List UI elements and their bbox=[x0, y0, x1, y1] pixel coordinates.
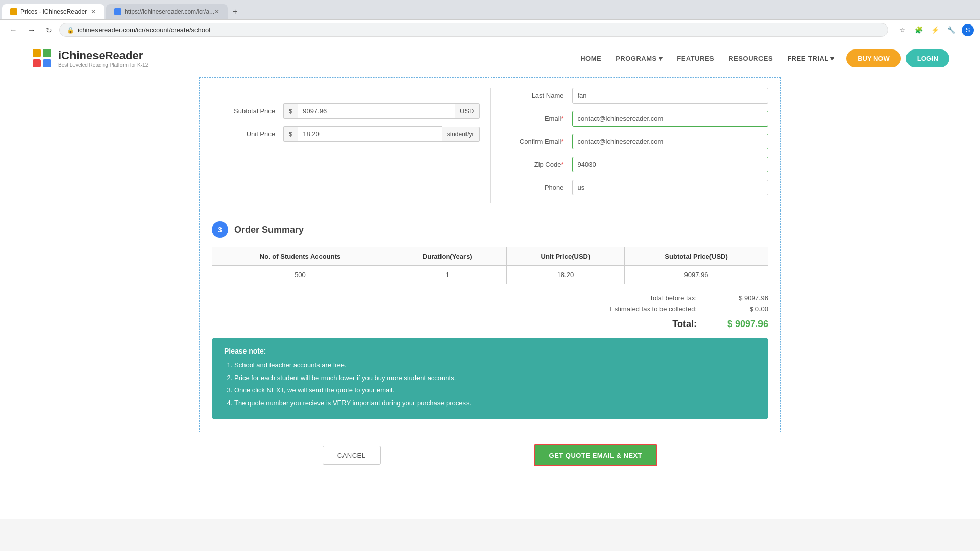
login-button[interactable]: LOGIN bbox=[906, 49, 949, 67]
email-required: * bbox=[561, 115, 564, 122]
email-row: Email* bbox=[501, 111, 769, 127]
tab-label-active: Prices - iChineseReader bbox=[20, 8, 87, 15]
extension-icon-1[interactable]: 🧩 bbox=[913, 24, 925, 36]
table-row: 500 1 18.20 9097.96 bbox=[212, 266, 768, 284]
upper-form-section: Subtotal Price $ USD Unit Price $ studen… bbox=[199, 77, 781, 211]
subtotal-currency-suffix: USD bbox=[455, 103, 479, 119]
note-item-4: The quote number you recieve is VERY imp… bbox=[234, 398, 756, 408]
last-name-row: Last Name bbox=[501, 88, 769, 104]
confirm-email-label: Confirm Email* bbox=[501, 138, 572, 145]
summary-table: No. of Students Accounts Duration(Years)… bbox=[212, 247, 768, 284]
totals-area: Total before tax: $ 9097.96 Estimated ta… bbox=[212, 294, 768, 330]
logo-text: iChineseReader Best Leveled Reading Plat… bbox=[58, 49, 148, 68]
browser-tab-inactive[interactable]: https://ichinesereader.com/icr/a... ✕ bbox=[106, 4, 228, 19]
note-box: Please note: School and teacher accounts… bbox=[212, 338, 768, 419]
unit-price-input[interactable] bbox=[298, 126, 442, 142]
nav-free-trial[interactable]: FREE TRIAL ▾ bbox=[787, 55, 834, 62]
browser-tab-active[interactable]: Prices - iChineseReader ✕ bbox=[2, 4, 104, 19]
main-content: Subtotal Price $ USD Unit Price $ studen… bbox=[0, 77, 980, 499]
col-subtotal: Subtotal Price(USD) bbox=[625, 247, 768, 266]
star-icon[interactable]: ☆ bbox=[896, 24, 909, 36]
browser-tabs: Prices - iChineseReader ✕ https://ichine… bbox=[0, 0, 980, 19]
col-duration: Duration(Years) bbox=[388, 247, 507, 266]
confirm-email-input[interactable] bbox=[572, 134, 769, 149]
zip-code-label: Zip Code* bbox=[501, 161, 572, 168]
tab-label-inactive: https://ichinesereader.com/icr/a... bbox=[125, 8, 214, 15]
note-list: School and teacher accounts are free. Pr… bbox=[224, 360, 756, 408]
grand-total-value: $ 9097.96 bbox=[717, 319, 768, 330]
unit-price-input-group: $ student/yr bbox=[283, 126, 480, 142]
right-column: Last Name Email* Confirm Email* bbox=[490, 88, 769, 203]
toolbar-icons: ☆ 🧩 ⚡ 🔧 S bbox=[896, 24, 974, 36]
cancel-button[interactable]: CANCEL bbox=[323, 446, 381, 465]
last-name-label: Last Name bbox=[501, 92, 572, 99]
address-text: ichinesereader.com/icr/account/create/sc… bbox=[78, 26, 880, 34]
section-header: 3 Order Summary bbox=[212, 221, 768, 238]
step-circle: 3 bbox=[212, 221, 228, 238]
subtotal-price-input[interactable] bbox=[298, 103, 455, 119]
per-unit-suffix: student/yr bbox=[442, 127, 480, 142]
lock-icon: 🔒 bbox=[67, 27, 75, 34]
table-header-row: No. of Students Accounts Duration(Years)… bbox=[212, 247, 768, 266]
subtotal-currency-prefix: $ bbox=[283, 103, 298, 119]
site-header: iChineseReader Best Leveled Reading Plat… bbox=[0, 40, 980, 77]
address-bar[interactable]: 🔒 ichinesereader.com/icr/account/create/… bbox=[59, 23, 888, 37]
unit-price-row: Unit Price $ student/yr bbox=[212, 126, 480, 142]
last-name-input[interactable] bbox=[572, 88, 769, 104]
nav-programs[interactable]: PROGRAMS ▾ bbox=[616, 55, 663, 62]
zip-code-input[interactable] bbox=[572, 157, 769, 172]
logo-icon bbox=[31, 47, 53, 69]
tab-favicon-2 bbox=[114, 8, 121, 15]
nav-features[interactable]: FEATURES bbox=[677, 55, 714, 62]
col-students: No. of Students Accounts bbox=[212, 247, 388, 266]
section-title: Order Summary bbox=[234, 224, 304, 235]
browser-toolbar: ← → ↻ 🔒 ichinesereader.com/icr/account/c… bbox=[0, 19, 980, 40]
email-input[interactable] bbox=[572, 111, 769, 127]
zip-code-row: Zip Code* bbox=[501, 157, 769, 172]
new-tab-button[interactable]: + bbox=[228, 4, 242, 19]
logo-name: iChineseReader bbox=[58, 49, 148, 62]
nav-home[interactable]: HOME bbox=[580, 55, 601, 62]
phone-row: Phone bbox=[501, 180, 769, 195]
nav-resources[interactable]: RESOURCES bbox=[728, 55, 773, 62]
get-quote-button[interactable]: GET QUOTE EMAIL & NEXT bbox=[534, 444, 658, 466]
tab-close-inactive[interactable]: ✕ bbox=[214, 8, 219, 15]
subtotal-price-row: Subtotal Price $ USD bbox=[212, 103, 480, 119]
estimated-tax-row: Estimated tax to be collected: $ 0.00 bbox=[610, 305, 768, 313]
nav-links: HOME PROGRAMS ▾ FEATURES RESOURCES FREE … bbox=[580, 55, 834, 62]
refresh-button[interactable]: ↻ bbox=[43, 24, 55, 36]
buy-now-button[interactable]: BUY NOW bbox=[846, 49, 901, 67]
phone-input[interactable] bbox=[572, 180, 769, 195]
browser-chrome: Prices - iChineseReader ✕ https://ichine… bbox=[0, 0, 980, 40]
profile-icon[interactable]: S bbox=[962, 24, 974, 36]
svg-rect-0 bbox=[33, 49, 41, 57]
before-tax-label: Total before tax: bbox=[650, 294, 697, 302]
logo-area: iChineseReader Best Leveled Reading Plat… bbox=[31, 47, 148, 69]
email-label: Email* bbox=[501, 115, 572, 122]
chevron-down-icon-free-trial: ▾ bbox=[830, 55, 835, 62]
back-button[interactable]: ← bbox=[6, 23, 20, 37]
extension-icon-3[interactable]: 🔧 bbox=[945, 24, 958, 36]
subtotal-price-label: Subtotal Price bbox=[212, 107, 283, 115]
estimated-tax-label: Estimated tax to be collected: bbox=[610, 305, 697, 313]
note-item-2: Price for each student will be much lowe… bbox=[234, 373, 756, 383]
tab-close-active[interactable]: ✕ bbox=[91, 8, 96, 15]
svg-rect-3 bbox=[43, 59, 51, 67]
tab-favicon bbox=[10, 8, 17, 15]
cell-unit-price: 18.20 bbox=[506, 266, 625, 284]
note-item-3: Once click NEXT, we will send the quote … bbox=[234, 385, 756, 395]
before-tax-value: $ 9097.96 bbox=[717, 294, 768, 302]
unit-price-label: Unit Price bbox=[212, 130, 283, 138]
page: iChineseReader Best Leveled Reading Plat… bbox=[0, 40, 980, 519]
extension-icon-2[interactable]: ⚡ bbox=[929, 24, 941, 36]
confirm-email-row: Confirm Email* bbox=[501, 134, 769, 149]
phone-label: Phone bbox=[501, 184, 572, 191]
unit-currency-prefix: $ bbox=[283, 126, 298, 142]
grand-total-row: Total: $ 9097.96 bbox=[672, 319, 768, 330]
col-unit-price: Unit Price(USD) bbox=[506, 247, 625, 266]
forward-button[interactable]: → bbox=[24, 23, 39, 37]
note-title: Please note: bbox=[224, 347, 756, 355]
svg-rect-2 bbox=[33, 59, 41, 67]
estimated-tax-value: $ 0.00 bbox=[717, 305, 768, 313]
order-summary-section: 3 Order Summary No. of Students Accounts… bbox=[199, 211, 781, 432]
